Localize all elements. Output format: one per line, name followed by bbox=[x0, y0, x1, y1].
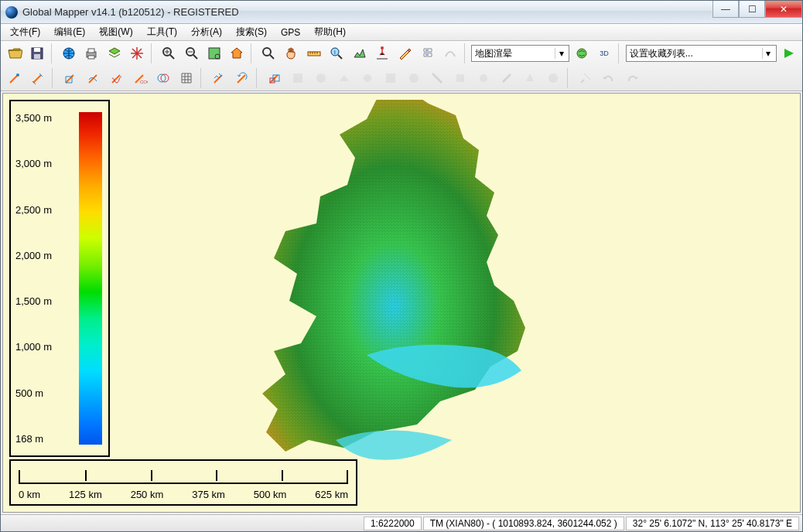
menu-tools[interactable]: 工具(T) bbox=[141, 24, 183, 40]
buffer-button[interactable] bbox=[152, 67, 174, 89]
favorites-combo[interactable]: 设置收藏列表... ▾ bbox=[626, 45, 777, 62]
move-button[interactable] bbox=[208, 67, 230, 89]
menu-edit[interactable]: 编辑(E) bbox=[48, 24, 91, 40]
legend-colorbar bbox=[79, 112, 102, 445]
disabled-tool-1 bbox=[439, 43, 460, 64]
d-tool-1 bbox=[287, 67, 309, 89]
legend-tick: 1,000 m bbox=[15, 341, 52, 353]
pan-tool-button[interactable] bbox=[281, 43, 302, 64]
full-view-button[interactable] bbox=[203, 43, 224, 64]
zoom-out-button[interactable] bbox=[181, 43, 202, 64]
legend-ticks: 3,500 m 3,000 m 2,500 m 2,000 m 1,500 m … bbox=[15, 112, 52, 445]
favorites-combo-label: 设置收藏列表... bbox=[630, 47, 693, 60]
menu-view[interactable]: 视图(W) bbox=[93, 24, 138, 40]
elevation-map bbox=[251, 100, 568, 486]
open-button[interactable] bbox=[4, 43, 25, 64]
home-button[interactable] bbox=[227, 43, 248, 64]
create-point-button[interactable] bbox=[4, 67, 26, 89]
trace-button[interactable] bbox=[83, 67, 104, 89]
close-button[interactable]: ✕ bbox=[765, 1, 802, 18]
app-window: Global Mapper v14.1 (b120512) - REGISTER… bbox=[0, 0, 803, 532]
elevation-legend: 3,500 m 3,000 m 2,500 m 2,000 m 1,500 m … bbox=[9, 100, 110, 457]
toolbar-row-1: i 地图渲晕 ▾ 3D 设置收藏列表... ▾ bbox=[1, 41, 802, 66]
print-button[interactable] bbox=[81, 43, 102, 64]
redo-button bbox=[621, 67, 643, 89]
titlebar: Global Mapper v14.1 (b120512) - REGISTER… bbox=[1, 1, 802, 24]
svg-rect-5 bbox=[88, 49, 94, 53]
d-tool-8 bbox=[449, 67, 471, 89]
zoom-tool-button[interactable] bbox=[258, 43, 279, 64]
3d-button[interactable]: 3D bbox=[594, 43, 615, 64]
menu-search[interactable]: 搜索(S) bbox=[230, 24, 273, 40]
find-button[interactable] bbox=[417, 43, 438, 64]
run-button[interactable] bbox=[778, 43, 799, 64]
svg-line-10 bbox=[193, 55, 197, 59]
svg-point-13 bbox=[263, 48, 271, 56]
legend-tick: 500 m bbox=[15, 387, 52, 399]
svg-rect-28 bbox=[293, 73, 302, 83]
d-tool-4 bbox=[357, 67, 378, 89]
minimize-button[interactable]: — bbox=[712, 1, 739, 18]
legend-tick: 2,000 m bbox=[15, 250, 52, 261]
svg-line-18 bbox=[338, 55, 342, 59]
svg-point-19 bbox=[381, 46, 384, 49]
svg-line-14 bbox=[270, 55, 274, 59]
map-client: 3,500 m 3,000 m 2,500 m 2,000 m 1,500 m … bbox=[2, 93, 801, 513]
los-tool-button[interactable] bbox=[371, 43, 392, 64]
svg-text:COGO: COGO bbox=[140, 80, 148, 84]
map-canvas[interactable]: 3,500 m 3,000 m 2,500 m 2,000 m 1,500 m … bbox=[3, 94, 800, 512]
d-tool-6 bbox=[403, 67, 425, 89]
shader-combo-label: 地图渲晕 bbox=[475, 47, 512, 60]
d-tool-10 bbox=[496, 67, 518, 89]
status-projection: TM (XIAN80) - ( 1010893.824, 3601244.052… bbox=[423, 517, 624, 530]
cogo-button[interactable]: COGO bbox=[129, 67, 151, 89]
layers-button[interactable] bbox=[104, 43, 125, 64]
legend-tick: 2,500 m bbox=[15, 204, 52, 216]
zoom-in-button[interactable] bbox=[159, 43, 179, 64]
menu-gps[interactable]: GPS bbox=[275, 26, 306, 39]
info-tool-button[interactable]: i bbox=[326, 43, 347, 64]
menu-analysis[interactable]: 分析(A) bbox=[185, 24, 228, 40]
scalebar-line bbox=[19, 470, 348, 484]
digitizer-tool-button[interactable] bbox=[395, 43, 415, 64]
svg-point-29 bbox=[316, 73, 326, 83]
window-title: Global Mapper v14.1 (b120512) - REGISTER… bbox=[22, 6, 712, 18]
scale-button[interactable] bbox=[264, 67, 285, 89]
menu-help[interactable]: 帮助(H) bbox=[308, 24, 352, 40]
svg-rect-2 bbox=[34, 54, 40, 59]
svg-point-30 bbox=[409, 73, 419, 83]
legend-tick: 1,500 m bbox=[15, 295, 52, 307]
d-tool-12 bbox=[542, 67, 564, 89]
d-tool-13 bbox=[575, 67, 596, 89]
toolbars: i 地图渲晕 ▾ 3D 设置收藏列表... ▾ bbox=[1, 41, 802, 91]
svg-point-20 bbox=[577, 49, 586, 58]
d-tool-11 bbox=[519, 67, 541, 89]
create-line-button[interactable] bbox=[27, 67, 49, 89]
globe-button[interactable] bbox=[59, 43, 80, 64]
config-button[interactable] bbox=[126, 43, 147, 64]
maximize-button[interactable]: ☐ bbox=[739, 1, 765, 18]
scalebar: 0 km 125 km 250 km 375 km 500 km 625 km bbox=[9, 459, 357, 506]
measure-tool-button[interactable] bbox=[303, 43, 324, 64]
create-area-button[interactable] bbox=[60, 67, 81, 89]
scalebar-label: 375 km bbox=[192, 489, 225, 500]
scalebar-label: 625 km bbox=[315, 489, 348, 500]
chevron-down-icon: ▾ bbox=[555, 48, 567, 59]
d-tool-9 bbox=[473, 67, 494, 89]
freehand-button[interactable] bbox=[106, 67, 128, 89]
svg-point-22 bbox=[16, 73, 19, 77]
d-tool-2 bbox=[310, 67, 332, 89]
save-button[interactable] bbox=[26, 43, 47, 64]
svg-text:3D: 3D bbox=[600, 49, 609, 57]
shader-combo[interactable]: 地图渲晕 ▾ bbox=[471, 45, 569, 62]
profile-tool-button[interactable] bbox=[349, 43, 370, 64]
menu-file[interactable]: 文件(F) bbox=[4, 24, 46, 40]
status-scale: 1:6222000 bbox=[364, 517, 422, 530]
scalebar-label: 125 km bbox=[69, 489, 102, 500]
grid-button[interactable] bbox=[176, 67, 197, 89]
svg-line-8 bbox=[170, 55, 174, 59]
undo-button bbox=[598, 67, 620, 89]
svg-point-32 bbox=[480, 74, 487, 82]
atlas-button[interactable] bbox=[571, 43, 592, 64]
rotate-button[interactable] bbox=[231, 67, 253, 89]
